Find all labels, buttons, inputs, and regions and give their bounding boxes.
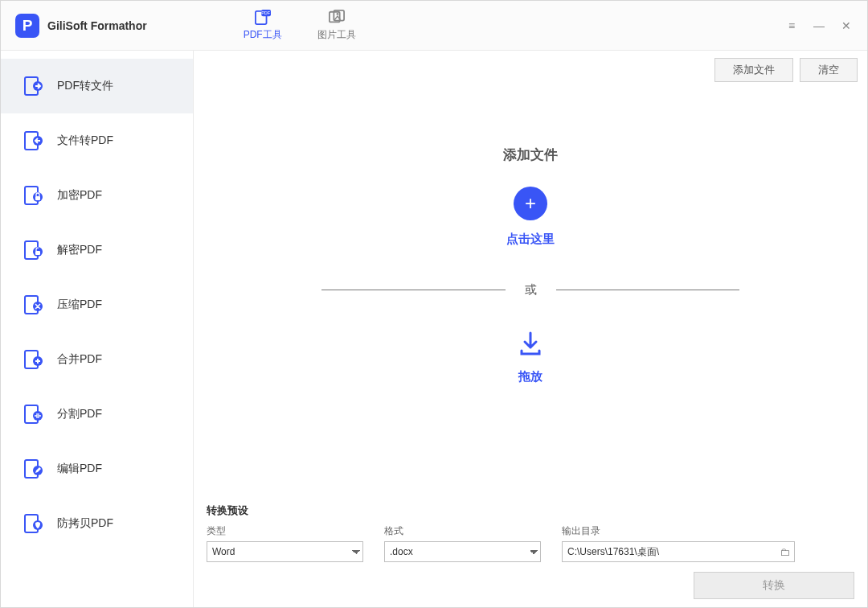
type-group: 类型 Word — [207, 524, 363, 562]
clear-button[interactable]: 清空 — [800, 58, 858, 82]
format-label: 格式 — [384, 524, 541, 538]
sidebar-item-split-pdf[interactable]: 分割PDF — [1, 387, 193, 442]
tab-pdf-tools[interactable]: PDF PDF工具 — [244, 1, 282, 50]
sidebar-item-anticopy-pdf[interactable]: 防拷贝PDF — [1, 496, 193, 551]
output-label: 输出目录 — [562, 524, 795, 538]
sidebar-item-label: 解密PDF — [57, 243, 102, 257]
preset-title: 转换预设 — [207, 503, 854, 518]
pdf-icon: PDF — [254, 10, 272, 26]
minimize-icon[interactable]: — — [813, 19, 825, 32]
drop-area[interactable]: 添加文件 + 点击这里 或 拖放 — [194, 89, 867, 495]
export-icon — [23, 76, 43, 97]
image-icon — [328, 10, 346, 26]
sidebar-item-encrypt-pdf[interactable]: 加密PDF — [1, 168, 193, 223]
add-file-button[interactable]: 添加文件 — [714, 58, 793, 82]
sidebar-item-label: 文件转PDF — [57, 134, 113, 148]
type-label: 类型 — [207, 524, 363, 538]
window-controls: ≡ — ✕ — [785, 19, 853, 32]
svg-point-5 — [336, 13, 338, 15]
unlock-icon — [23, 240, 43, 261]
or-text: 或 — [525, 282, 537, 298]
sidebar-item-pdf-to-file[interactable]: PDF转文件 — [1, 59, 193, 113]
app-logo: P — [15, 14, 39, 38]
shield-icon — [23, 513, 43, 534]
sidebar-item-compress-pdf[interactable]: 压缩PDF — [1, 277, 193, 332]
divider-line — [321, 290, 506, 290]
toolbar: 添加文件 清空 — [194, 51, 867, 89]
format-group: 格式 .docx — [384, 524, 541, 562]
app-title: GiliSoft Formathor — [47, 19, 147, 32]
close-icon[interactable]: ✕ — [840, 19, 853, 32]
preset-panel: 转换预设 类型 Word 格式 .docx 输出目录 🗀 — [194, 495, 867, 608]
sidebar-item-label: 压缩PDF — [57, 298, 102, 312]
main-panel: 添加文件 清空 添加文件 + 点击这里 或 拖放 转换预设 类型 — [194, 51, 867, 608]
header-tabs: PDF PDF工具 图片工具 — [244, 1, 356, 50]
sidebar-item-label: 合并PDF — [57, 352, 102, 367]
tab-label: 图片工具 — [317, 28, 356, 42]
header: P GiliSoft Formathor PDF PDF工具 图片工具 ≡ — … — [1, 1, 867, 51]
or-divider: 或 — [321, 282, 739, 298]
merge-icon — [23, 349, 43, 370]
drop-title: 添加文件 — [503, 146, 558, 164]
add-plus-icon[interactable]: + — [514, 187, 547, 220]
sidebar-item-label: 防拷贝PDF — [57, 516, 113, 531]
drag-label: 拖放 — [518, 369, 542, 384]
folder-icon[interactable]: 🗀 — [780, 546, 790, 558]
svg-rect-15 — [35, 251, 40, 255]
sidebar-item-merge-pdf[interactable]: 合并PDF — [1, 332, 193, 387]
output-path-input[interactable] — [562, 541, 795, 562]
svg-text:PDF: PDF — [261, 10, 271, 15]
sidebar-item-decrypt-pdf[interactable]: 解密PDF — [1, 223, 193, 277]
svg-rect-12 — [35, 196, 40, 200]
sidebar-item-label: 分割PDF — [57, 407, 102, 421]
output-group: 输出目录 🗀 — [562, 524, 795, 562]
sidebar-item-label: 编辑PDF — [57, 462, 102, 476]
compress-icon — [23, 294, 43, 315]
svg-point-21 — [33, 411, 43, 421]
sidebar-item-file-to-pdf[interactable]: 文件转PDF — [1, 113, 193, 168]
sidebar-item-label: 加密PDF — [57, 188, 102, 203]
lock-icon — [23, 185, 43, 206]
sidebar-item-edit-pdf[interactable]: 编辑PDF — [1, 442, 193, 496]
edit-icon — [23, 458, 43, 479]
tab-image-tools[interactable]: 图片工具 — [317, 1, 356, 50]
convert-button[interactable]: 转换 — [694, 572, 854, 599]
click-here-label[interactable]: 点击这里 — [506, 232, 555, 247]
format-select[interactable]: .docx — [384, 541, 541, 562]
divider-line — [556, 290, 740, 290]
menu-icon[interactable]: ≡ — [785, 19, 798, 32]
split-icon — [23, 404, 43, 425]
import-icon — [23, 130, 43, 151]
type-select[interactable]: Word — [207, 541, 363, 562]
tab-label: PDF工具 — [244, 28, 282, 42]
sidebar-item-label: PDF转文件 — [57, 79, 113, 93]
download-icon — [517, 330, 544, 363]
sidebar: PDF转文件 文件转PDF 加密PDF 解密PDF 压缩PDF — [1, 51, 194, 608]
